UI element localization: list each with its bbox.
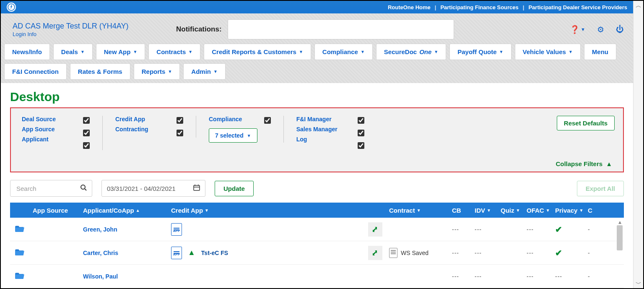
th-quiz[interactable]: Quiz▼ — [497, 207, 523, 214]
search-input[interactable] — [16, 185, 74, 193]
th-applicant[interactable]: Applicant/CoApp▲ — [80, 207, 168, 214]
sort-icon: ▼ — [487, 208, 491, 213]
table-scrollbar[interactable]: ▴ — [616, 219, 623, 287]
search-box[interactable] — [10, 180, 92, 197]
checkbox-sales-manager[interactable] — [358, 130, 364, 136]
top-link-dealer-providers[interactable]: Participating Dealer Service Providers — [528, 4, 627, 10]
th-app-source[interactable]: App Source — [29, 207, 80, 214]
reset-defaults-button[interactable]: Reset Defaults — [557, 116, 615, 130]
th-idv[interactable]: IDV▼ — [471, 207, 497, 214]
chevron-up-icon: ▲ — [606, 160, 612, 167]
th-contract[interactable]: Contract▼ — [386, 207, 449, 214]
filter-log[interactable]: Log — [296, 136, 351, 143]
notifications-box[interactable] — [228, 19, 454, 39]
nav-tab-reports[interactable]: Reports▼ — [134, 63, 180, 80]
nav-tab-f-i-connection[interactable]: F&I Connection — [4, 63, 67, 80]
checkbox-fi-manager[interactable] — [358, 117, 364, 124]
nav-tab-new-app[interactable]: New App▼ — [96, 44, 145, 60]
th-last[interactable]: C — [584, 207, 597, 214]
filter-contracting[interactable]: Contracting — [115, 126, 170, 133]
deals-table: App Source Applicant/CoApp▲ Credit App▼ … — [10, 203, 624, 288]
nav-tab-rates-forms[interactable]: Rates & Forms — [70, 63, 130, 80]
check-icon: ✔ — [555, 248, 562, 258]
dealer-name: AD CAS Merge Test DLR (YH4AY) — [13, 22, 168, 31]
sort-asc-icon: ▲ — [136, 208, 140, 213]
filter-col-2: Credit App Contracting — [115, 116, 196, 138]
th-ofac[interactable]: OFAC▼ — [523, 207, 552, 214]
filter-app-source[interactable]: App Source — [22, 126, 76, 133]
header-area: AD CAS Merge Test DLR (YH4AY) Login Info… — [1, 13, 633, 83]
login-info-link[interactable]: Login Info — [13, 31, 36, 37]
cell-value: - — [588, 226, 590, 233]
caret-down-icon: ▼ — [168, 69, 172, 74]
filter-sales-manager[interactable]: Sales Manager — [296, 126, 351, 133]
filter-applicant[interactable]: Applicant — [22, 136, 76, 143]
help-icon[interactable]: ❓▼ — [570, 25, 585, 34]
th-credit-app[interactable]: Credit App▼ — [168, 207, 386, 214]
checkbox-credit-app[interactable] — [177, 117, 183, 124]
search-icon[interactable] — [80, 184, 87, 193]
expand-icon[interactable] — [368, 222, 382, 237]
page-title: Desktop — [10, 90, 624, 104]
filter-compliance[interactable]: Compliance — [209, 116, 257, 122]
nav-tab-vehicle-values[interactable]: Vehicle Values▼ — [515, 44, 581, 60]
app-logo-icon — [7, 3, 16, 12]
nav-tab-menu[interactable]: Menu — [584, 44, 616, 60]
nav-tab-credit-reports-customers[interactable]: Credit Reports & Customers▼ — [204, 44, 311, 60]
checkbox-app-source[interactable] — [83, 130, 90, 136]
filter-deal-source[interactable]: Deal Source — [22, 116, 76, 122]
th-privacy[interactable]: Privacy▼ — [552, 207, 584, 214]
top-bar: RouteOne Home | Participating Finance So… — [1, 1, 633, 13]
nav-tab-admin[interactable]: Admin▼ — [183, 63, 226, 80]
top-link-home[interactable]: RouteOne Home — [388, 4, 431, 10]
checkbox-contracting[interactable] — [177, 130, 183, 136]
check-icon: ✔ — [555, 224, 562, 234]
contract-status: WS Saved — [389, 248, 428, 258]
window-scrollbar[interactable]: ︿ ﹀ — [633, 1, 643, 288]
sort-icon: ▼ — [579, 208, 583, 213]
date-range-value: 03/31/2021 - 04/02/2021 — [107, 185, 175, 192]
scroll-thumb[interactable] — [617, 225, 623, 250]
caret-down-icon: ▼ — [213, 69, 218, 74]
expand-icon[interactable] — [368, 246, 382, 260]
top-link-finance-sources[interactable]: Participating Finance Sources — [440, 4, 518, 10]
compliance-selected-dropdown[interactable]: 7 selected ▼ — [209, 128, 257, 143]
nav-tab-contracts[interactable]: Contracts▼ — [148, 44, 200, 60]
cell-value: --- — [527, 273, 534, 280]
checkbox-log[interactable] — [358, 142, 364, 149]
caret-down-icon: ▼ — [569, 49, 573, 54]
caret-down-icon: ▼ — [434, 49, 438, 54]
update-button[interactable]: Update — [215, 181, 254, 196]
svg-point-0 — [81, 185, 85, 189]
applicant-link[interactable]: Wilson, Paul — [83, 273, 118, 280]
nav-tab-compliance[interactable]: Compliance▼ — [314, 44, 373, 60]
th-cb[interactable]: CB — [449, 207, 471, 214]
applicant-link[interactable]: Green, John — [83, 226, 117, 233]
collapse-filters-link[interactable]: Collapse Filters ▲ — [22, 160, 612, 167]
checkbox-applicant[interactable] — [83, 142, 90, 149]
nav-tab-news-info[interactable]: News/Info — [4, 44, 50, 60]
credit-app-doc-icon[interactable]: APP — [171, 247, 182, 259]
applicant-link[interactable]: Carter, Chris — [83, 250, 118, 256]
folder-icon[interactable] — [15, 224, 24, 234]
table-row: Carter, ChrisAPP▲Tst-eC FSWS Saved------… — [10, 241, 624, 265]
scroll-down-icon[interactable]: ﹀ — [636, 281, 641, 286]
calendar-icon — [193, 184, 200, 193]
power-icon[interactable]: ⏻ — [616, 25, 624, 34]
folder-icon[interactable] — [15, 271, 24, 281]
nav-tab-payoff-quote[interactable]: Payoff Quote▼ — [449, 44, 511, 60]
scroll-up-icon[interactable]: ︿ — [636, 3, 641, 8]
nav-tab-deals[interactable]: Deals▼ — [53, 44, 93, 60]
folder-icon[interactable] — [15, 248, 24, 258]
gear-icon[interactable]: ⚙ — [597, 25, 604, 34]
nav-tab-securedocone[interactable]: SecureDocOne▼ — [376, 44, 446, 60]
checkbox-compliance[interactable] — [264, 117, 271, 124]
scroll-up-icon[interactable]: ▴ — [618, 219, 621, 225]
date-range-picker[interactable]: 03/31/2021 - 04/02/2021 — [101, 180, 205, 197]
export-all-button[interactable]: Export All — [577, 181, 624, 196]
filter-credit-app[interactable]: Credit App — [115, 116, 170, 122]
credit-app-doc-icon[interactable]: APP — [171, 223, 182, 236]
checkbox-deal-source[interactable] — [83, 117, 90, 124]
cell-value: --- — [527, 226, 534, 233]
filter-fi-manager[interactable]: F&I Manager — [296, 116, 351, 122]
